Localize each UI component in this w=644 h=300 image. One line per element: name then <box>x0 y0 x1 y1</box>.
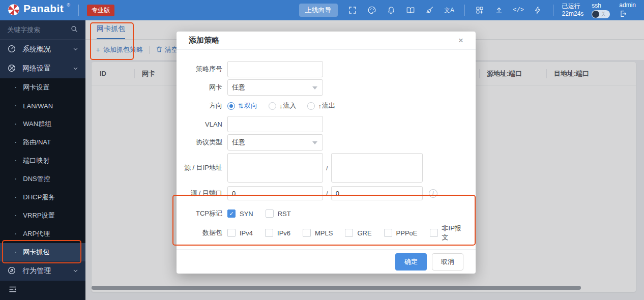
direction-radio-outbound[interactable]: ↑ 流出 <box>307 101 335 110</box>
ssh-toggle[interactable]: 关 <box>592 10 610 18</box>
sidebar-item-dhcp-service[interactable]: · DHCP服务 <box>0 188 85 206</box>
bullet-icon: · <box>14 85 17 90</box>
sidebar-item-route-nat[interactable]: · 路由/NAT <box>0 133 85 152</box>
toggle-knob <box>592 11 599 18</box>
manual-book-icon[interactable] <box>406 6 416 15</box>
sidebar-item-label: LAN/WAN <box>23 102 53 110</box>
bullet-icon: · <box>14 103 17 108</box>
source-ip-textarea[interactable] <box>227 153 323 183</box>
search-input[interactable] <box>7 26 70 34</box>
theme-palette-icon[interactable] <box>367 6 377 15</box>
toggle-state-label: 关 <box>601 11 606 18</box>
checkbox-icon <box>384 229 392 237</box>
upgrade-icon[interactable] <box>494 6 504 15</box>
slash-separator: / <box>326 190 328 197</box>
registered-mark: ® <box>67 3 70 8</box>
checkbox-syn[interactable]: ✓ SYN <box>227 209 253 218</box>
logo-text: Panabit <box>23 2 64 15</box>
bullet-icon: · <box>14 195 17 200</box>
form-row-tcp-flags: TCP标记 ✓ SYN RST <box>177 205 476 222</box>
vlan-input[interactable] <box>227 116 323 132</box>
field-label: 源 / 目IP地址 <box>177 163 227 172</box>
close-icon[interactable]: × <box>458 36 463 45</box>
field-label: 方向 <box>177 101 227 110</box>
radio-option-icon: ⇅ <box>238 102 244 110</box>
dest-port-input[interactable] <box>331 186 423 200</box>
cancel-button[interactable]: 取消 <box>432 253 463 271</box>
direction-radio-inbound[interactable]: ↓ 流入 <box>269 101 297 110</box>
form-row-ip: 源 / 目IP地址 / <box>177 153 476 183</box>
checkbox-ipv6[interactable]: IPv6 <box>265 229 290 237</box>
apps-grid-icon[interactable] <box>475 6 485 15</box>
bullet-icon: · <box>14 250 17 255</box>
checkbox-non-ip[interactable]: 非IP报文 <box>430 224 463 242</box>
sidebar-item-nic-settings[interactable]: · 网卡设置 <box>0 78 85 97</box>
policy-number-input[interactable] <box>227 61 323 77</box>
sidebar: 系统概况 网络设置 · 网卡设置 · LAN/WAN <box>0 20 85 300</box>
sidebar-item-label: 网卡抓包 <box>23 248 49 257</box>
sidebar-item-wan-group[interactable]: · WAN群组 <box>0 115 85 133</box>
sidebar-item-label: 系统概况 <box>22 45 67 54</box>
sidebar-item-label: WAN群组 <box>23 119 51 129</box>
cleanup-broom-icon[interactable] <box>425 6 435 15</box>
info-icon[interactable]: i <box>429 189 437 198</box>
sidebar-item-arp-proxy[interactable]: · ARP代理 <box>0 225 85 243</box>
field-label: 源 / 目端口 <box>177 189 227 198</box>
logout-icon[interactable] <box>619 12 627 19</box>
checkbox-label: SYN <box>240 210 253 218</box>
ssh-label: ssh <box>592 2 610 9</box>
sidebar-item-port-mapping[interactable]: · 端口映射 <box>0 152 85 170</box>
language-translate-icon[interactable]: 文A <box>445 6 454 15</box>
field-label: VLAN <box>177 121 227 128</box>
username-label: admin <box>619 2 636 9</box>
code-console-icon[interactable]: </> <box>514 6 523 15</box>
fullscreen-icon[interactable] <box>348 6 358 15</box>
checkbox-gre[interactable]: GRE <box>345 229 371 237</box>
sidebar-item-label: 路由/NAT <box>23 138 51 147</box>
field-label: TCP标记 <box>177 209 227 218</box>
online-wizard-button[interactable]: 上线向导 <box>299 4 338 17</box>
checkbox-label: GRE <box>357 229 371 237</box>
checkbox-ipv4[interactable]: IPv4 <box>227 229 253 237</box>
direction-radio-both[interactable]: ⇅ 双向 <box>227 101 257 110</box>
notification-bell-icon[interactable] <box>387 6 396 15</box>
sidebar-item-vrrp-settings[interactable]: · VRRP设置 <box>0 206 85 225</box>
radio-option-label: 双向 <box>244 101 257 110</box>
checkbox-pppoe[interactable]: PPPoE <box>384 229 418 237</box>
search-icon[interactable] <box>70 25 78 35</box>
checkbox-checked-icon: ✓ <box>227 209 236 218</box>
radio-icon <box>269 102 276 110</box>
sidebar-item-label: ARP代理 <box>23 229 50 238</box>
app-root: Panabit ® 专业版 上线向导 <box>0 0 644 300</box>
sidebar-item-label: 网络设置 <box>22 64 67 73</box>
source-port-input[interactable] <box>227 186 323 200</box>
checkbox-icon <box>265 229 273 237</box>
form-row-vlan: VLAN <box>177 116 476 132</box>
sidebar-item-dns-control[interactable]: · DNS管控 <box>0 170 85 188</box>
checkbox-rst[interactable]: RST <box>266 209 291 218</box>
protocol-select[interactable]: 任意 <box>227 134 323 151</box>
dest-ip-textarea[interactable] <box>331 153 423 183</box>
sidebar-item-behavior-management[interactable]: 行为管理 <box>0 261 85 281</box>
nic-select[interactable]: 任意 <box>227 79 323 96</box>
chevron-down-icon <box>73 267 78 275</box>
sidebar-item-network-settings[interactable]: 网络设置 <box>0 59 85 78</box>
form-row-nic: 网卡 任意 <box>177 79 476 96</box>
checkbox-label: MPLS <box>315 229 333 237</box>
form-row-packet-types: 数据包 IPv4 IPv6 MPLS GRE <box>177 224 476 242</box>
sidebar-item-packet-capture[interactable]: · 网卡抓包 <box>0 243 85 261</box>
radio-icon <box>307 102 315 110</box>
uptime-label: 已运行 <box>562 3 584 10</box>
header-divider <box>78 5 79 16</box>
sidebar-item-system-overview[interactable]: 系统概况 <box>0 40 85 59</box>
bullet-icon: · <box>14 231 17 236</box>
checkbox-icon <box>266 209 274 218</box>
checkbox-label: 非IP报文 <box>442 224 463 242</box>
header-divider <box>553 5 553 16</box>
confirm-button[interactable]: 确定 <box>395 253 427 271</box>
form-row-protocol: 协议类型 任意 <box>177 134 476 151</box>
lightning-icon[interactable] <box>533 6 543 15</box>
sidebar-item-lan-wan[interactable]: · LAN/WAN <box>0 97 85 115</box>
checkbox-mpls[interactable]: MPLS <box>303 229 333 237</box>
collapse-menu-icon[interactable] <box>8 285 17 296</box>
